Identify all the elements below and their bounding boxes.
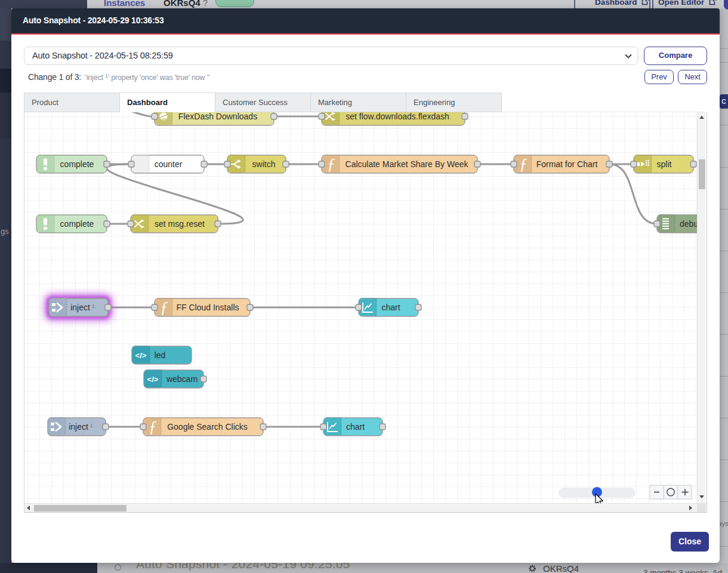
svg-text:counter: counter [155,159,183,169]
svg-text:Format for Chart: Format for Chart [536,159,598,169]
svg-text:FF Cloud Installs: FF Cloud Installs [176,303,239,312]
svg-text:set msg.reset: set msg.reset [155,219,205,229]
svg-text:ƒ: ƒ [149,418,157,436]
svg-text:</>: </> [147,375,159,384]
svg-text:switch: switch [252,159,276,169]
svg-text:led: led [155,350,166,360]
svg-text:Calculate Market Share By Week: Calculate Market Share By Week [346,159,469,169]
svg-text:debug: debug [680,219,697,229]
svg-text:FlexDash Downloads: FlexDash Downloads [178,112,257,121]
svg-text:</>: </> [135,351,147,360]
svg-text:split: split [657,159,672,169]
svg-text:Google Search Clicks: Google Search Clicks [167,422,248,432]
svg-text:set flow.downloads.flexdash: set flow.downloads.flexdash [346,112,449,121]
svg-text:ƒ: ƒ [519,155,528,173]
svg-text:webcam: webcam [166,374,198,384]
svg-text:complete: complete [60,219,94,229]
svg-text:chart: chart [346,422,365,432]
svg-text:chart: chart [381,303,400,312]
svg-text:complete: complete [60,159,94,169]
svg-text:ƒ: ƒ [160,298,168,316]
svg-text:ƒ: ƒ [327,155,335,173]
